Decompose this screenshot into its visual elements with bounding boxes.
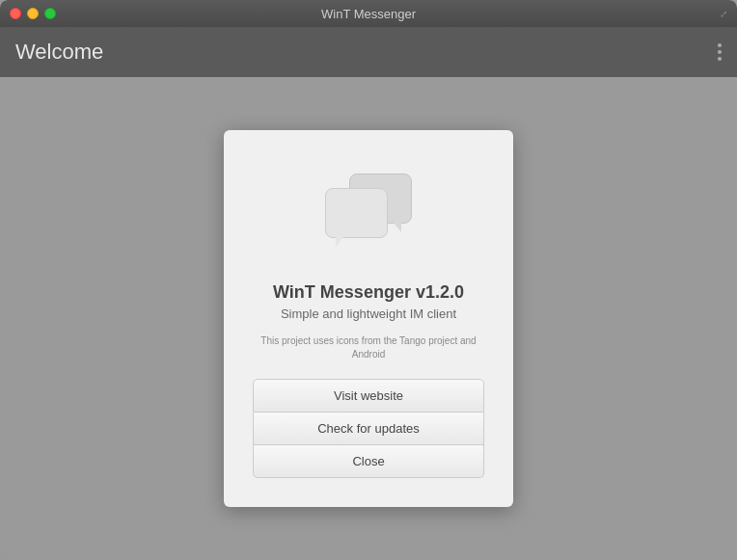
title-bar: WinT Messenger ⤢ — [0, 0, 737, 27]
traffic-lights — [10, 8, 56, 19]
chat-bubbles-icon — [320, 169, 417, 255]
header-bar: Welcome — [0, 27, 737, 77]
resize-icon: ⤢ — [720, 9, 727, 19]
menu-dot-3 — [718, 57, 722, 61]
app-subtitle: Simple and lightweight IM client — [281, 307, 456, 321]
chat-bubble-front — [325, 188, 388, 238]
app-credits: This project uses icons from the Tango p… — [253, 334, 484, 361]
menu-button[interactable] — [718, 43, 722, 61]
app-icon — [311, 159, 426, 265]
menu-dot-1 — [718, 43, 722, 47]
app-window: WinT Messenger ⤢ Welcome WinT Messenger … — [0, 0, 737, 560]
close-window-button[interactable] — [10, 8, 21, 19]
main-content: WinT Messenger v1.2.0 Simple and lightwe… — [0, 77, 737, 560]
dialog-buttons: Visit website Check for updates Close — [253, 379, 484, 478]
maximize-window-button[interactable] — [44, 8, 56, 19]
app-name: WinT Messenger v1.2.0 — [273, 282, 464, 303]
check-updates-button[interactable]: Check for updates — [253, 413, 484, 445]
page-title: Welcome — [15, 40, 103, 65]
about-dialog: WinT Messenger v1.2.0 Simple and lightwe… — [224, 130, 513, 507]
window-title: WinT Messenger — [321, 7, 416, 21]
menu-dot-2 — [718, 50, 722, 54]
minimize-window-button[interactable] — [27, 8, 39, 19]
close-dialog-button[interactable]: Close — [253, 445, 484, 478]
visit-website-button[interactable]: Visit website — [253, 379, 484, 413]
